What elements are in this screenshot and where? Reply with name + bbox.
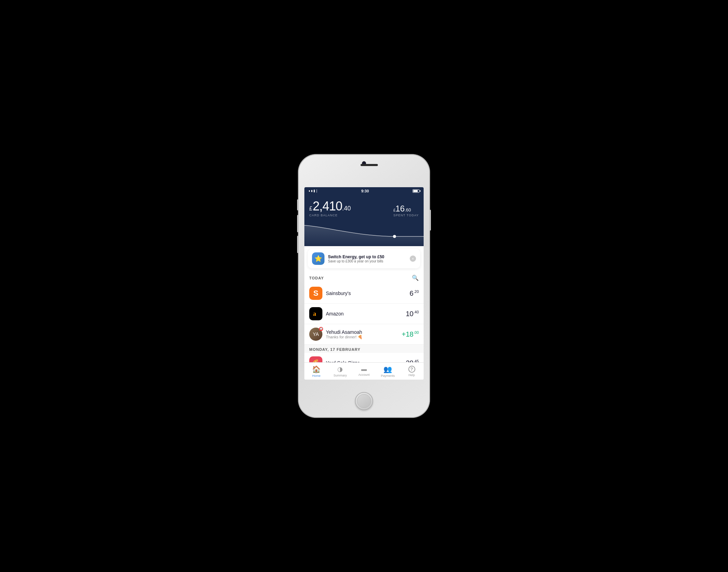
card-balance-label: CARD BALANCE [309, 214, 351, 217]
status-bar: 9:30 [304, 187, 424, 195]
svg-point-0 [393, 235, 396, 238]
yehudi-avatar-container: YA 💬 [309, 328, 322, 341]
account-tab-label: Account [358, 373, 370, 376]
promo-close-button[interactable]: × [410, 255, 416, 262]
payments-tab-icon: 👥 [383, 365, 392, 373]
earpiece-speaker [361, 164, 378, 166]
promo-subtitle: Save up to £300 a year on your bills [328, 259, 406, 263]
balance-header: £ 2,410 .40 CARD BALANCE £ 16 .60 SPENT … [304, 195, 424, 218]
sainsburys-icon: S [309, 287, 322, 300]
account-tab-icon: ▬ [361, 366, 367, 372]
phone-screen: 9:30 £ 2,410 .40 CARD BALANCE £ [304, 187, 424, 380]
spent-whole: 16 [396, 204, 405, 214]
sainsburys-amount: 6.20 [410, 289, 419, 297]
tab-payments[interactable]: 👥 Payments [376, 363, 400, 380]
help-tab-label: Help [408, 373, 415, 377]
amazon-amount: 10.40 [406, 310, 419, 318]
tab-help[interactable]: ? Help [400, 363, 424, 380]
spent-today-block: £ 16 .60 SPENT TODAY [393, 204, 419, 217]
battery-fill [413, 190, 418, 192]
signal-bar-4 [316, 189, 317, 193]
home-button[interactable] [355, 392, 373, 410]
today-section-title: TODAY [309, 276, 324, 280]
payments-tab-label: Payments [381, 374, 395, 378]
yehudi-subtitle: Thanks for dinner! 🍕 [326, 335, 398, 339]
home-button-ring [357, 394, 371, 408]
status-left [309, 189, 318, 193]
card-balance-block: £ 2,410 .40 CARD BALANCE [309, 199, 351, 217]
transactions-list: TODAY 🔍 S Sainsbury's 6.20 a [304, 271, 424, 362]
yehudi-name: Yehudi Asamoah [326, 329, 398, 335]
spent-today-amount: £ 16 .60 [393, 204, 419, 214]
balance-whole: 2,410 [313, 199, 342, 214]
home-tab-icon: 🏠 [312, 365, 321, 373]
signal-bar-2 [311, 190, 312, 192]
spent-today-label: SPENT TODAY [393, 214, 419, 217]
tab-home[interactable]: 🏠 Home [304, 363, 328, 380]
monday-section-title: MONDAY, 17 FEBRUARY [309, 347, 419, 352]
star-icon: ⭐ [314, 255, 322, 262]
search-button[interactable]: 🔍 [412, 275, 419, 281]
monday-section-header: MONDAY, 17 FEBRUARY [304, 345, 424, 353]
volume-down-button[interactable] [297, 236, 298, 253]
mute-button[interactable] [297, 199, 298, 210]
promo-icon: ⭐ [312, 252, 324, 265]
amazon-icon: a [309, 307, 322, 320]
tab-account[interactable]: ▬ Account [352, 363, 376, 380]
summary-tab-label: Summary [333, 374, 347, 377]
tab-summary[interactable]: ◑ Summary [328, 363, 352, 380]
transaction-sainsburys[interactable]: S Sainsbury's 6.20 [304, 283, 424, 304]
balance-currency: £ [309, 206, 312, 212]
sainsburys-name: Sainsbury's [326, 291, 406, 296]
summary-tab-icon: ◑ [337, 365, 343, 373]
sainsburys-info: Sainsbury's [326, 291, 406, 296]
yehudi-amount: +18.00 [402, 330, 419, 338]
svg-text:a: a [313, 310, 316, 317]
home-tab-label: Home [312, 374, 320, 378]
battery-indicator [413, 189, 419, 193]
card-balance-amount: £ 2,410 .40 [309, 199, 351, 214]
pizza-icon: 🍕 [309, 356, 322, 362]
help-tab-icon: ? [408, 366, 415, 373]
yehudi-info: Yehudi Asamoah Thanks for dinner! 🍕 [326, 329, 398, 339]
avatar-badge: 💬 [319, 327, 323, 331]
status-time: 9:30 [361, 189, 369, 193]
today-section-header: TODAY 🔍 [304, 271, 424, 283]
transaction-amazon[interactable]: a Amazon 10.40 [304, 304, 424, 324]
balance-decimal: .40 [342, 205, 351, 212]
phone-device: 9:30 £ 2,410 .40 CARD BALANCE £ [298, 154, 430, 418]
promo-banner[interactable]: ⭐ Switch Energy, get up to £50 Save up t… [308, 249, 420, 268]
amazon-name: Amazon [326, 311, 402, 317]
spent-decimal: .60 [405, 207, 411, 213]
signal-bar-3 [314, 190, 315, 192]
tab-bar: 🏠 Home ◑ Summary ▬ Account 👥 Payments ? … [304, 362, 424, 380]
balance-row: £ 2,410 .40 CARD BALANCE £ 16 .60 SPENT … [309, 199, 419, 217]
promo-title: Switch Energy, get up to £50 [328, 254, 406, 259]
transaction-pizza[interactable]: 🍕 Yard Sale Pizza 28.45 [304, 353, 424, 362]
promo-text: Switch Energy, get up to £50 Save up to … [328, 254, 406, 263]
chart-svg [304, 218, 424, 246]
signal-bar-1 [309, 190, 310, 192]
transaction-yehudi[interactable]: YA 💬 Yehudi Asamoah Thanks for dinner! 🍕… [304, 324, 424, 345]
volume-up-button[interactable] [297, 215, 298, 232]
amazon-info: Amazon [326, 311, 402, 317]
pizza-amount: 28.45 [406, 359, 419, 363]
balance-chart [304, 218, 424, 246]
power-button[interactable] [430, 210, 431, 231]
